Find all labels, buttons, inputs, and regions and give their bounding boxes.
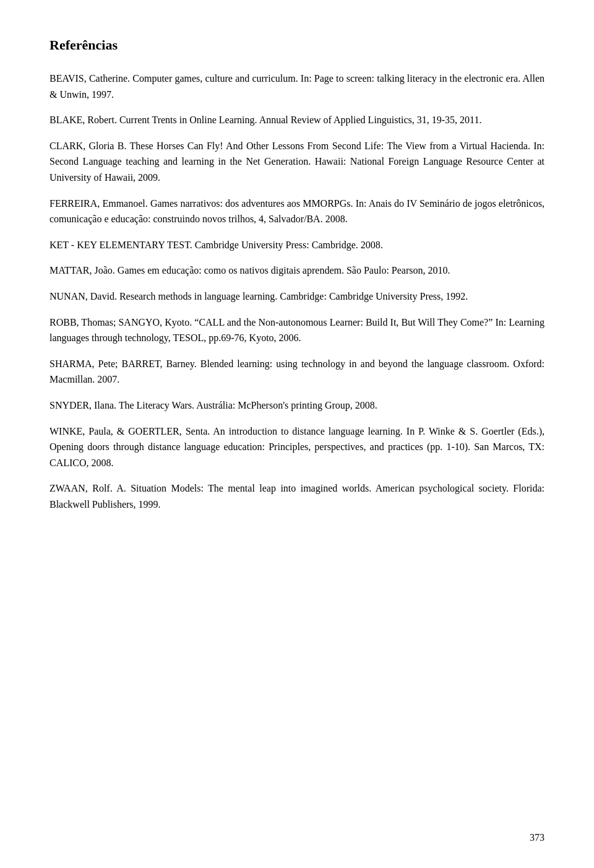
reference-item-snyder: SNYDER, Ilana. The Literacy Wars. Austrá… [50, 397, 544, 414]
reference-item-sharma: SHARMA, Pete; BARRET, Barney. Blended le… [50, 356, 544, 388]
reference-item-ket: KET - KEY ELEMENTARY TEST. Cambridge Uni… [50, 237, 544, 253]
reference-item-zwaan: ZWAAN, Rolf. A. Situation Models: The me… [50, 480, 544, 512]
reference-item-mattar: MATTAR, João. Games em educação: como os… [50, 263, 544, 279]
page: Referências BEAVIS, Catherine. Computer … [0, 0, 594, 868]
reference-item-robb: ROBB, Thomas; SANGYO, Kyoto. “CALL and t… [50, 315, 544, 346]
page-number: 373 [530, 832, 544, 843]
reference-item-nunan: NUNAN, David. Research methods in langua… [50, 289, 544, 305]
references-list: BEAVIS, Catherine. Computer games, cultu… [50, 71, 544, 512]
reference-item-ferreira: FERREIRA, Emmanoel. Games narrativos: do… [50, 196, 544, 227]
section-title: Referências [50, 37, 544, 53]
reference-item-beavis: BEAVIS, Catherine. Computer games, cultu… [50, 71, 544, 102]
reference-item-winke: WINKE, Paula, & GOERTLER, Senta. An intr… [50, 423, 544, 471]
reference-item-clark: CLARK, Gloria B. These Horses Can Fly! A… [50, 138, 544, 186]
reference-item-blake: BLAKE, Robert. Current Trents in Online … [50, 112, 544, 128]
